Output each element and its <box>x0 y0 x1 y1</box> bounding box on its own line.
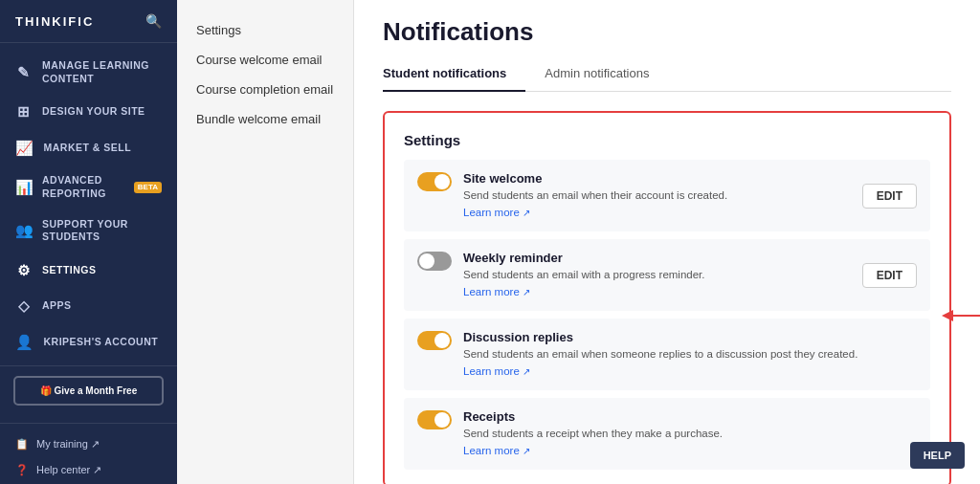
sidebar-item-label: Market & Sell <box>44 142 132 155</box>
left-nav-course-welcome[interactable]: Course welcome email <box>177 45 353 75</box>
account-icon: 👤 <box>15 333 34 352</box>
left-nav-course-completion[interactable]: Course completion email <box>177 75 353 104</box>
page-header: Notifications <box>383 0 951 56</box>
notif-learn-more-link[interactable]: Learn more <box>463 365 530 377</box>
notif-row-weekly-reminder: Weekly reminder Send students an email w… <box>404 239 930 311</box>
help-button[interactable]: HELP <box>910 442 965 469</box>
notif-row-site-welcome: Site welcome Send students an email when… <box>404 160 930 231</box>
weekly-reminder-edit-button[interactable]: EDIT <box>862 263 917 288</box>
sidebar-item-label: Support Your Students <box>42 218 162 244</box>
sidebar-item-market-sell[interactable]: 📈 Market & Sell <box>0 130 177 166</box>
manage-learning-icon: ✎ <box>15 63 33 82</box>
notif-title: Discussion replies <box>463 330 917 344</box>
sidebar-footer: 📋 My training ↗ ❓ Help center ↗ 🔔 Update… <box>0 423 177 484</box>
left-nav-bundle-welcome[interactable]: Bundle welcome email <box>177 104 353 134</box>
notif-row-discussion-replies: Discussion replies Send students an emai… <box>404 319 930 390</box>
sidebar-item-label: Advanced Reporting <box>42 174 124 200</box>
notif-row-receipts: Receipts Send students a receipt when th… <box>404 398 930 470</box>
sidebar-item-account[interactable]: 👤 Kripesh's Account <box>0 324 177 361</box>
notif-learn-more-link[interactable]: Learn more <box>463 207 530 218</box>
sidebar-item-settings[interactable]: ⚙ Settings <box>0 253 177 289</box>
notif-learn-more-link[interactable]: Learn more <box>463 286 530 297</box>
notif-title: Weekly reminder <box>463 251 851 265</box>
discussion-replies-toggle[interactable] <box>417 331 452 350</box>
receipts-toggle[interactable] <box>417 410 452 429</box>
notif-desc: Send students an email with a progress r… <box>463 267 851 282</box>
notif-desc: Send students an email when someone repl… <box>463 346 917 362</box>
content-area: Settings Course welcome email Course com… <box>177 0 980 484</box>
weekly-reminder-toggle[interactable] <box>417 252 452 271</box>
sidebar-item-label: Kripesh's Account <box>44 336 159 349</box>
settings-box: Settings Site welcome Send students an e… <box>383 111 951 484</box>
footer-label: Help center ↗ <box>36 464 101 476</box>
notif-body-weekly-reminder: Weekly reminder Send students an email w… <box>463 251 851 299</box>
left-nav: Settings Course welcome email Course com… <box>177 0 354 484</box>
sidebar-item-manage-learning[interactable]: ✎ Manage Learning Content <box>0 51 177 94</box>
left-nav-settings[interactable]: Settings <box>177 15 353 45</box>
sidebar-item-label: Design Your Site <box>42 105 145 119</box>
sidebar-item-label: Manage Learning Content <box>42 59 162 85</box>
notif-body-discussion-replies: Discussion replies Send students an emai… <box>463 330 917 379</box>
site-welcome-edit-button[interactable]: EDIT <box>862 184 917 209</box>
notif-body-receipts: Receipts Send students a receipt when th… <box>463 409 917 458</box>
notif-learn-more-link[interactable]: Learn more <box>463 445 530 456</box>
notif-title: Receipts <box>463 409 917 424</box>
notif-title: Site welcome <box>463 171 851 186</box>
search-icon[interactable]: 🔍 <box>145 13 162 29</box>
page-title: Notifications <box>383 17 951 47</box>
design-site-icon: ⊞ <box>15 102 33 121</box>
sidebar-item-support-students[interactable]: 👥 Support Your Students <box>0 209 177 253</box>
sidebar-logo: THINKIFIC 🔍 <box>0 0 177 43</box>
arrow-annotation <box>938 301 980 334</box>
sidebar: THINKIFIC 🔍 ✎ Manage Learning Content ⊞ … <box>0 0 177 484</box>
site-welcome-toggle[interactable] <box>417 172 452 191</box>
apps-icon: ◇ <box>15 297 33 316</box>
market-sell-icon: 📈 <box>15 139 34 158</box>
help-center-icon: ❓ <box>15 464 29 476</box>
notif-desc: Send students an email when their accoun… <box>463 187 851 203</box>
sidebar-item-label: Apps <box>42 299 72 313</box>
settings-box-title: Settings <box>404 132 930 148</box>
settings-icon: ⚙ <box>15 261 33 280</box>
right-content: Notifications Student notifications Admi… <box>354 0 980 484</box>
sidebar-footer-help-center[interactable]: ❓ Help center ↗ <box>0 457 177 483</box>
main-content: Settings Course welcome email Course com… <box>177 0 980 484</box>
tab-student-notifications[interactable]: Student notifications <box>383 56 525 92</box>
sidebar-item-label: Settings <box>42 264 97 277</box>
sidebar-item-design-site[interactable]: ⊞ Design Your Site <box>0 94 177 130</box>
notif-body-site-welcome: Site welcome Send students an email when… <box>463 171 851 220</box>
sidebar-nav: ✎ Manage Learning Content ⊞ Design Your … <box>0 43 177 423</box>
beta-badge: BETA <box>134 182 162 193</box>
support-icon: 👥 <box>15 221 33 240</box>
my-training-icon: 📋 <box>15 438 29 451</box>
give-month-free-button[interactable]: 🎁 Give a Month Free <box>13 376 164 406</box>
cta-label: 🎁 Give a Month Free <box>40 385 137 396</box>
advanced-reporting-icon: 📊 <box>15 178 33 197</box>
tabs-bar: Student notifications Admin notification… <box>383 56 951 92</box>
footer-label: My training ↗ <box>36 438 100 451</box>
tab-admin-notifications[interactable]: Admin notifications <box>545 56 668 92</box>
logo-text: THINKIFIC <box>15 14 94 29</box>
notif-desc: Send students a receipt when they make a… <box>463 426 917 441</box>
sidebar-footer-my-training[interactable]: 📋 My training ↗ <box>0 431 177 457</box>
sidebar-item-advanced-reporting[interactable]: 📊 Advanced Reporting BETA <box>0 165 177 209</box>
sidebar-item-apps[interactable]: ◇ Apps <box>0 288 177 324</box>
